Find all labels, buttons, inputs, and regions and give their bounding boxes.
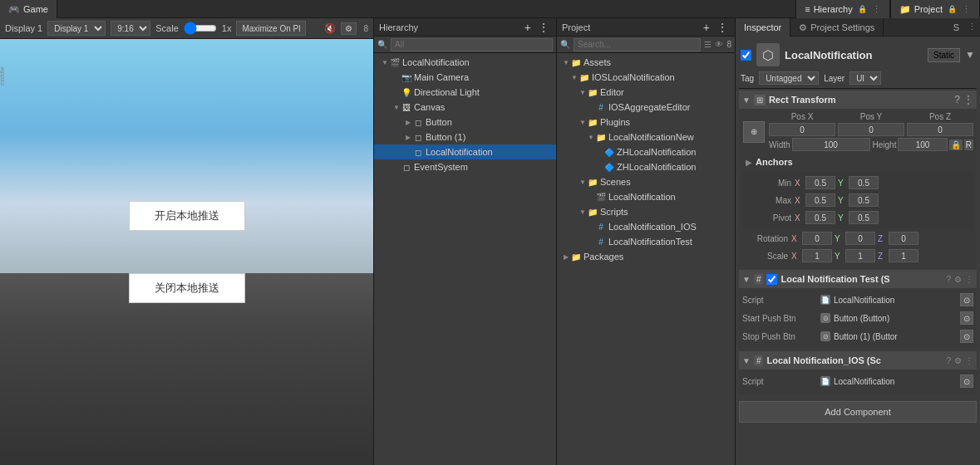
comp-test-header[interactable]: ▼ # Local Notification Test (S ? ⚙ ⋮ bbox=[739, 270, 977, 288]
tree-label: IOSLocalNotification bbox=[592, 72, 675, 82]
arrow-icon: ▼ bbox=[570, 73, 579, 81]
height-input[interactable] bbox=[898, 138, 947, 151]
tree-item-main-camera[interactable]: 📷 Main Camera bbox=[374, 70, 556, 85]
tab-hierarchy[interactable]: ≡ Hierarchy 🔒 ⋮ bbox=[796, 0, 890, 18]
comp-ios-header[interactable]: ▼ # Local Notification_IOS (Sc ? ⚙ ⋮ bbox=[739, 351, 977, 370]
project-lock-icon: 🔒 bbox=[948, 5, 957, 13]
start-push-select-btn[interactable]: ⊙ bbox=[960, 311, 973, 325]
hierarchy-add-btn[interactable]: + bbox=[523, 21, 533, 34]
scene-icon: 🎬 bbox=[389, 56, 401, 68]
proj-item-zh2[interactable]: 🔷 ZHLocalNotification bbox=[557, 159, 735, 174]
anchor-widget[interactable]: ⊕ bbox=[743, 121, 765, 143]
scale-slider[interactable] bbox=[184, 23, 217, 33]
ios-script-select-btn[interactable]: ⊙ bbox=[960, 374, 973, 388]
proj-item-zh1[interactable]: 🔷 ZHLocalNotification bbox=[557, 144, 735, 159]
anchors-arrow-icon: ▶ bbox=[746, 158, 752, 167]
anchors-max-label: Max bbox=[746, 196, 791, 205]
proj-item-assets[interactable]: ▼ 📁 Assets bbox=[557, 55, 735, 70]
tab-game[interactable]: 🎮 Game bbox=[0, 0, 57, 18]
pivot-x-input[interactable] bbox=[805, 211, 835, 224]
tab-inspector[interactable]: Inspector bbox=[736, 18, 790, 37]
search-icon: 🔍 bbox=[377, 40, 387, 49]
anchor-min-x-input[interactable] bbox=[805, 176, 835, 189]
tree-item-localnotification-root[interactable]: ▼ 🎬 LocalNotification bbox=[374, 55, 556, 70]
stop-push-select-btn[interactable]: ⊙ bbox=[960, 330, 973, 343]
ratio-select[interactable]: 9:16 bbox=[111, 21, 150, 36]
pos-z-header: Pos Z bbox=[907, 112, 973, 121]
stats-btn[interactable]: ⚙ bbox=[341, 22, 357, 35]
anchors-header[interactable]: ▶ Anchors bbox=[742, 153, 973, 171]
comp-test-enabled[interactable] bbox=[766, 274, 777, 285]
s-label: S bbox=[948, 18, 964, 36]
proj-item-packages[interactable]: ▶ 📁 Packages bbox=[557, 249, 735, 264]
arrow-icon: ▶ bbox=[562, 252, 570, 261]
tree-label: Scenes bbox=[600, 177, 631, 187]
pos-y-input[interactable] bbox=[838, 123, 904, 136]
maximize-btn[interactable]: Maximize On Pl bbox=[236, 21, 306, 36]
layer-select[interactable]: UI bbox=[849, 71, 881, 85]
tree-item-canvas[interactable]: ▼ 🖼 Canvas bbox=[374, 100, 556, 115]
proj-item-scenes[interactable]: ▼ 📁 Scenes bbox=[557, 174, 735, 189]
close-notification-btn[interactable]: 关闭本地推送 bbox=[129, 273, 245, 303]
scale-x-input[interactable] bbox=[802, 249, 832, 262]
mute-icon: 🔇 bbox=[324, 23, 336, 34]
anchors-max-fields: X Y bbox=[795, 193, 970, 207]
anchor-max-y-input[interactable] bbox=[849, 193, 879, 207]
hierarchy-menu-btn[interactable]: ⋮ bbox=[536, 21, 551, 34]
rect-transform-header[interactable]: ▼ ⊞ Rect Transform ? ⋮ bbox=[739, 91, 977, 109]
tree-item-directional-light[interactable]: 💡 Directional Light bbox=[374, 85, 556, 100]
tree-item-button1[interactable]: ▶ ◻ Button (1) bbox=[374, 130, 556, 144]
pos-x-header: Pos X bbox=[769, 112, 835, 121]
rotation-x-input[interactable] bbox=[802, 232, 832, 245]
anchor-min-y-input[interactable] bbox=[849, 176, 879, 189]
lock-wh-icon[interactable]: 🔒 bbox=[949, 140, 963, 150]
pivot-y-input[interactable] bbox=[849, 211, 879, 224]
hierarchy-search-input[interactable] bbox=[391, 38, 553, 51]
script-select-btn[interactable]: ⊙ bbox=[960, 293, 973, 306]
proj-item-localnot-test[interactable]: # LocalNotificationTest bbox=[557, 234, 735, 249]
tree-item-localnotification-child[interactable]: ◻ LocalNotification bbox=[374, 144, 556, 159]
project-add-btn[interactable]: + bbox=[702, 21, 712, 34]
project-search-bar: 🔍 ☰ 👁 8 bbox=[557, 37, 735, 53]
r-btn[interactable]: R bbox=[964, 140, 973, 150]
rotation-z-input[interactable] bbox=[889, 232, 918, 245]
anchor-pos-icon[interactable]: ⊕ middle bbox=[742, 121, 766, 143]
anchor-max-x-input[interactable] bbox=[805, 193, 835, 207]
pos-z-input[interactable] bbox=[907, 123, 973, 136]
script-icon: 🔷 bbox=[603, 161, 615, 173]
pos-x-input[interactable] bbox=[769, 123, 835, 136]
pos-fields: Pos X Pos Y Pos Z Width bbox=[769, 112, 973, 151]
proj-item-localscene[interactable]: 🎬 LocalNotification bbox=[557, 189, 735, 204]
proj-item-localnew[interactable]: ▼ 📁 LocalNotificationNew bbox=[557, 130, 735, 144]
tree-label: Directional Light bbox=[414, 87, 480, 97]
proj-item-localnot-ios[interactable]: # LocalNotification_IOS bbox=[557, 219, 735, 234]
y-label: Y bbox=[838, 196, 846, 205]
tree-item-button[interactable]: ▶ ◻ Button bbox=[374, 115, 556, 130]
proj-item-iosaggregate[interactable]: # IOSAggregateEditor bbox=[557, 100, 735, 115]
arrow-placeholder bbox=[595, 148, 603, 156]
tree-item-eventsystem[interactable]: ◻ EventSystem bbox=[374, 159, 556, 174]
tag-select[interactable]: Untagged bbox=[759, 71, 819, 85]
tab-project[interactable]: 📁 Project 🔒 ⋮ bbox=[891, 0, 980, 18]
project-menu-btn[interactable]: ⋮ bbox=[715, 21, 730, 34]
project-stats: 8 bbox=[726, 40, 731, 49]
static-button[interactable]: Static bbox=[928, 48, 960, 62]
script-value: 📄 LocalNotification ⊙ bbox=[820, 293, 973, 306]
proj-item-ios[interactable]: ▼ 📁 IOSLocalNotification bbox=[557, 70, 735, 85]
script-label: Script bbox=[742, 296, 817, 305]
width-input[interactable] bbox=[792, 138, 870, 151]
static-arrow-icon[interactable]: ▼ bbox=[965, 49, 975, 61]
scale-z-input[interactable] bbox=[889, 249, 918, 262]
tab-project-settings[interactable]: ⚙ Project Settings bbox=[790, 18, 884, 37]
inspector-menu-btn[interactable]: ⋮ bbox=[964, 18, 980, 36]
rotation-y-input[interactable] bbox=[845, 232, 875, 245]
add-component-button[interactable]: Add Component bbox=[739, 401, 977, 423]
scale-y-input[interactable] bbox=[845, 249, 875, 262]
open-notification-btn[interactable]: 开启本地推送 bbox=[129, 201, 245, 231]
proj-item-editor[interactable]: ▼ 📁 Editor bbox=[557, 85, 735, 100]
display-select[interactable]: Display 1 bbox=[47, 21, 106, 36]
proj-item-plugins[interactable]: ▼ 📁 Plugins bbox=[557, 115, 735, 130]
project-search-input[interactable] bbox=[574, 38, 701, 51]
object-enabled-checkbox[interactable] bbox=[741, 50, 751, 61]
proj-item-scripts[interactable]: ▼ 📁 Scripts bbox=[557, 204, 735, 219]
